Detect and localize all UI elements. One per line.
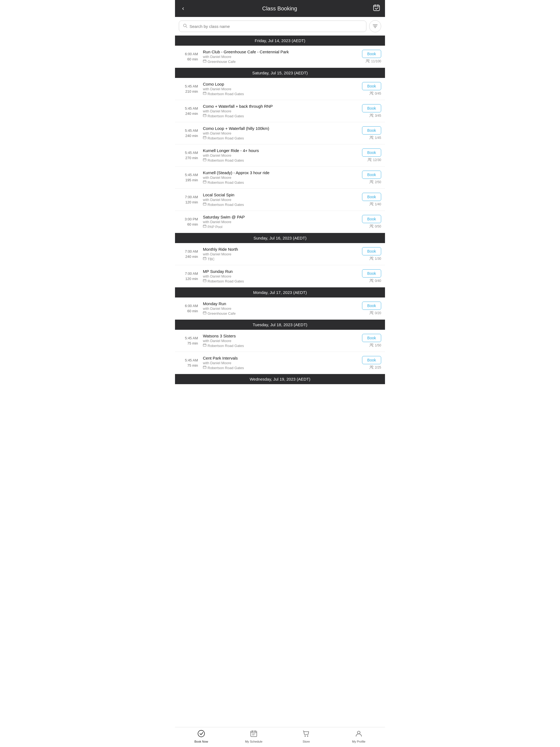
svg-point-50 [372, 202, 373, 204]
capacity-icon [370, 311, 374, 315]
location-icon [203, 180, 206, 185]
class-time: 5:45 AM240 min [179, 128, 198, 138]
calendar-icon[interactable] [373, 4, 380, 13]
book-button[interactable]: Book [362, 126, 381, 134]
class-time: 7:00 AM240 min [179, 249, 198, 259]
my-schedule-icon [250, 730, 257, 739]
class-action: Book 1/40 [359, 193, 381, 207]
class-time: 5:45 AM270 min [179, 150, 198, 161]
capacity: 11/100 [365, 59, 381, 64]
class-location: Robertson Road Gates [203, 343, 357, 348]
date-header: Tuesday, Jul 18, 2023 (AEDT) [175, 319, 385, 330]
class-location: TBC [203, 257, 357, 261]
date-header: Monday, Jul 17, 2023 (AEDT) [175, 287, 385, 298]
partial-date-header: Wednesday, Jul 19, 2023 (AEDT) [175, 374, 385, 384]
book-button[interactable]: Book [362, 149, 381, 157]
capacity: 1/50 [370, 343, 381, 348]
class-info: Monday Run with Daniel Moore Greenhouse … [201, 301, 357, 315]
capacity-icon [370, 91, 374, 96]
class-info: Como + Waterfall + back through RNP with… [201, 104, 357, 118]
book-button[interactable]: Book [362, 302, 381, 310]
class-info: Kurnell Longer Ride - 4+ hours with Dani… [201, 148, 357, 162]
bottom-nav: Book Now My Schedule Store [175, 727, 385, 747]
class-action: Book 1/45 [359, 126, 381, 140]
book-button[interactable]: Book [362, 50, 381, 58]
class-info: Como Loop with Daniel Moore Robertson Ro… [201, 82, 357, 96]
nav-store[interactable]: Store [295, 730, 317, 743]
book-button[interactable]: Book [362, 171, 381, 179]
svg-rect-69 [203, 312, 206, 314]
date-header: Saturday, Jul 15, 2023 (AEDT) [175, 68, 385, 78]
class-time: 7:00 AM120 min [179, 195, 198, 205]
capacity: 0/20 [370, 311, 381, 315]
table-row: 6:00 AM60 min Run Club - Greenhouse Cafe… [175, 46, 385, 68]
class-action: Book 1/50 [359, 334, 381, 348]
nav-my-schedule[interactable]: My Schedule [243, 730, 265, 743]
back-button[interactable]: ‹ [180, 4, 186, 13]
class-name: MP Sunday Run [203, 269, 357, 274]
svg-point-87 [198, 730, 205, 737]
capacity-icon [370, 202, 374, 207]
class-action: Book 3/45 [359, 104, 381, 118]
filter-button[interactable] [369, 20, 381, 32]
nav-my-profile[interactable]: My Profile [348, 730, 370, 743]
svg-point-43 [370, 180, 371, 182]
capacity: 0/45 [370, 91, 381, 96]
capacity-icon [370, 343, 374, 348]
book-button[interactable]: Book [362, 269, 381, 278]
location-icon [203, 202, 206, 207]
class-name: Kurnell (Steady) - Approx 3 hour ride [203, 170, 357, 175]
svg-point-62 [372, 257, 373, 258]
class-trainer: with Daniel Moore [203, 274, 357, 278]
location-icon [203, 225, 206, 229]
svg-point-19 [370, 92, 371, 93]
class-location: Robertson Road Gates [203, 136, 357, 140]
table-row: 7:00 AM240 min Monthly Ride North with D… [175, 243, 385, 265]
svg-point-14 [368, 59, 370, 61]
class-name: Como Loop + Waterfall (hilly 100km) [203, 126, 357, 131]
location-icon [203, 158, 206, 162]
svg-line-5 [186, 27, 187, 28]
svg-point-85 [370, 366, 371, 367]
class-location: Robertson Road Gates [203, 158, 357, 162]
book-button[interactable]: Book [362, 356, 381, 364]
class-info: Run Club - Greenhouse Cafe - Centennial … [201, 50, 357, 64]
svg-rect-81 [203, 366, 206, 368]
class-name: Cent Park Intervals [203, 356, 357, 360]
book-button[interactable]: Book [362, 104, 381, 112]
class-time: 5:45 AM75 min [179, 335, 198, 346]
svg-rect-45 [203, 203, 206, 205]
class-action: Book 1/30 [359, 247, 381, 261]
class-location: PAP Pool [203, 225, 357, 229]
capacity: 1/40 [370, 202, 381, 207]
class-trainer: with Daniel Moore [203, 220, 357, 224]
book-button[interactable]: Book [362, 334, 381, 342]
search-input[interactable] [189, 24, 362, 29]
class-action: Book 2/50 [359, 171, 381, 185]
svg-point-20 [372, 92, 373, 93]
svg-point-44 [372, 180, 373, 182]
capacity: 1/30 [370, 256, 381, 261]
book-button[interactable]: Book [362, 193, 381, 201]
class-trainer: with Daniel Moore [203, 307, 357, 311]
class-location: Robertson Road Gates [203, 92, 357, 96]
capacity: 3/45 [370, 113, 381, 118]
class-action: Book 0/45 [359, 82, 381, 96]
book-button[interactable]: Book [362, 215, 381, 223]
table-row: 7:00 AM120 min Local Social Spin with Da… [175, 189, 385, 211]
class-location: Robertson Road Gates [203, 366, 357, 370]
class-action: Book 11/100 [359, 50, 381, 64]
search-input-wrap [179, 21, 366, 32]
book-button[interactable]: Book [362, 82, 381, 90]
class-name: Watsons 3 Sisters [203, 334, 357, 338]
class-trainer: with Daniel Moore [203, 153, 357, 157]
table-row: 5:45 AM240 min Como + Waterfall + back t… [175, 100, 385, 122]
svg-rect-27 [203, 136, 206, 139]
svg-point-68 [372, 279, 373, 280]
class-name: Saturday Swim @ PAP [203, 215, 357, 219]
class-action: Book 0/20 [359, 302, 381, 315]
nav-book-now[interactable]: Book Now [190, 730, 212, 743]
capacity-icon [370, 113, 374, 118]
book-button[interactable]: Book [362, 247, 381, 255]
class-trainer: with Daniel Moore [203, 339, 357, 343]
